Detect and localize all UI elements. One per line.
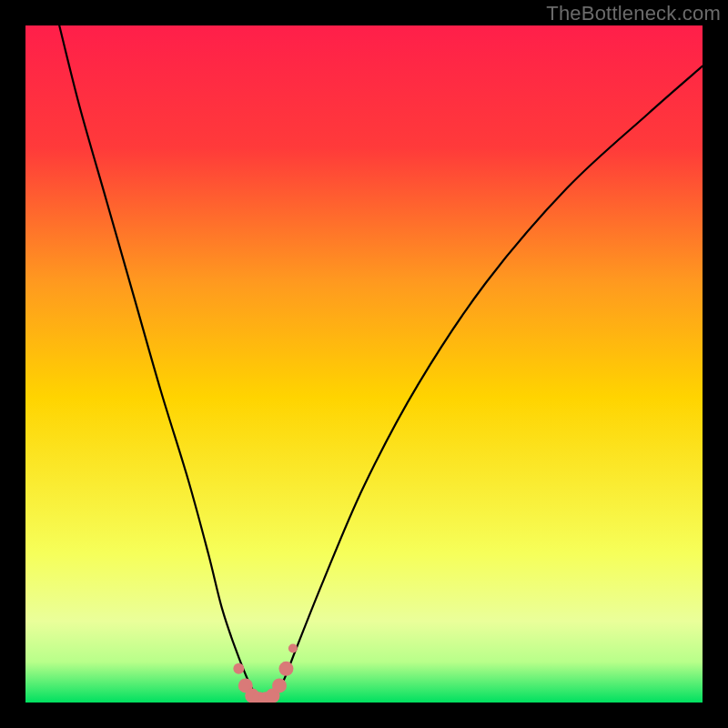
valley-marker [272, 678, 287, 693]
watermark-text: TheBottleneck.com [546, 2, 721, 25]
valley-marker [233, 663, 244, 674]
chart-frame: TheBottleneck.com [0, 0, 728, 728]
plot-background [25, 25, 703, 703]
valley-marker [288, 643, 298, 652]
chart-svg [0, 0, 728, 728]
valley-marker [278, 662, 293, 676]
